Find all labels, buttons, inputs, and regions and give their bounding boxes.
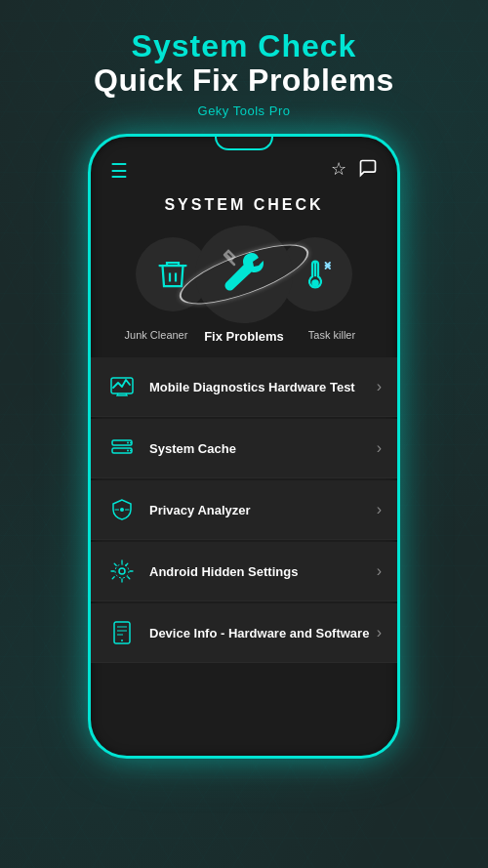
- hamburger-menu-icon[interactable]: ☰: [110, 159, 128, 183]
- phone-topbar: ☰ ☆: [91, 150, 397, 186]
- topbar-right-icons: ☆: [331, 158, 378, 183]
- app-subtitle: Geky Tools Pro: [94, 103, 394, 118]
- svg-point-10: [120, 508, 124, 512]
- hidden-settings-icon: [106, 556, 138, 587]
- svg-point-9: [130, 450, 132, 452]
- svg-point-2: [311, 280, 319, 288]
- svg-point-6: [127, 442, 129, 444]
- privacy-label: Privacy Analyzer: [149, 503, 377, 517]
- menu-list: Mobile Diagnostics Hardware Test › Syste…: [91, 350, 397, 756]
- phone-button-right2: [398, 312, 400, 361]
- fix-problems-label: Fix Problems: [200, 329, 288, 344]
- privacy-icon: [106, 494, 138, 525]
- deviceinfo-icon: [106, 617, 138, 648]
- chat-icon[interactable]: [358, 158, 378, 183]
- task-killer-label: Task killer: [288, 329, 376, 344]
- phone-frame: ☰ ☆ SYSTEM CHECK: [88, 134, 400, 759]
- cache-icon: [106, 433, 138, 464]
- header-section: System Check Quick Fix Problems Geky Too…: [74, 0, 414, 134]
- menu-item-cache[interactable]: System Cache ›: [91, 419, 397, 478]
- svg-point-7: [127, 450, 129, 452]
- svg-point-17: [121, 640, 123, 641]
- privacy-chevron: ›: [377, 501, 382, 518]
- menu-item-deviceinfo[interactable]: Device Info - Hardware and Software ›: [91, 603, 397, 663]
- hidden-settings-label: Android Hidden Settings: [149, 564, 377, 579]
- icon-labels-row: Junk Cleaner Fix Problems Task killer: [107, 329, 381, 344]
- deviceinfo-chevron: ›: [377, 624, 382, 641]
- system-check-title: SYSTEM CHECK: [164, 196, 323, 214]
- cache-chevron: ›: [377, 439, 382, 457]
- hidden-settings-chevron: ›: [377, 562, 382, 580]
- title-system-check: System Check: [94, 29, 394, 63]
- cache-label: System Cache: [149, 441, 377, 456]
- system-check-section: SYSTEM CHECK: [91, 186, 397, 350]
- phone-button-left: [88, 273, 90, 342]
- svg-point-11: [119, 568, 125, 574]
- diagnostics-chevron: ›: [377, 378, 382, 395]
- phone-button-right1: [398, 254, 400, 303]
- menu-item-privacy[interactable]: Privacy Analyzer ›: [91, 480, 397, 540]
- deviceinfo-label: Device Info - Hardware and Software: [149, 626, 377, 641]
- diagnostics-icon: [106, 371, 138, 402]
- title-fix-problems: Quick Fix Problems: [94, 63, 394, 98]
- fix-problems-circle[interactable]: [195, 226, 293, 323]
- menu-item-diagnostics[interactable]: Mobile Diagnostics Hardware Test ›: [91, 357, 397, 417]
- diagnostics-label: Mobile Diagnostics Hardware Test: [149, 380, 377, 394]
- svg-point-8: [130, 442, 132, 444]
- star-icon[interactable]: ☆: [331, 158, 346, 183]
- phone-notch: [215, 137, 273, 150]
- menu-item-hidden[interactable]: Android Hidden Settings ›: [91, 542, 397, 601]
- junk-cleaner-label: Junk Cleaner: [112, 329, 200, 344]
- icons-row: [91, 226, 397, 323]
- svg-point-12: [115, 564, 129, 578]
- phone-inner: ☰ ☆ SYSTEM CHECK: [91, 137, 397, 756]
